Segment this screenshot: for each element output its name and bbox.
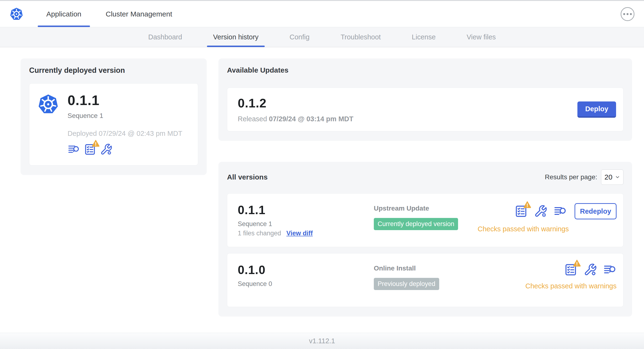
subnav-tab-license[interactable]: License <box>406 27 442 47</box>
results-per-page-value: 20 <box>604 173 612 181</box>
currently-deployed-title: Currently deployed version <box>29 66 198 75</box>
subnav-tab-troubleshoot[interactable]: Troubleshoot <box>334 27 387 47</box>
currently-deployed-card: 0.1.1 Sequence 1 Deployed 07/29/24 @ 02:… <box>29 83 198 166</box>
released-label: Released <box>238 115 267 123</box>
config-wrench-gear-icon[interactable] <box>584 263 597 276</box>
update-released-timestamp: Released 07/29/24 @ 03:14 pm MDT <box>238 115 353 123</box>
warning-triangle-icon <box>573 259 581 267</box>
results-per-page-select[interactable]: 20 <box>601 170 624 185</box>
app-subnav: Dashboard Version history Config Trouble… <box>0 27 644 47</box>
available-updates-title: Available Updates <box>227 66 624 74</box>
current-version-actions <box>68 143 182 156</box>
current-sequence-label: Sequence 1 <box>68 112 182 120</box>
previously-deployed-badge: Previously deployed <box>374 278 439 290</box>
current-version-number: 0.1.1 <box>68 92 182 108</box>
all-versions-title: All versions <box>227 173 268 181</box>
released-date: 07/29/24 @ 03:14 pm MDT <box>269 115 354 123</box>
view-diff-link[interactable]: View diff <box>286 230 313 237</box>
kubernetes-logo-icon <box>10 1 24 27</box>
warning-triangle-icon <box>524 201 531 208</box>
row-version-number: 0.1.0 <box>238 263 374 277</box>
preflight-checklist-warning-icon[interactable] <box>564 263 578 276</box>
redeploy-button[interactable]: Redeploy <box>574 203 616 220</box>
top-tabs: Application Cluster Management <box>38 1 181 27</box>
preflight-status-link[interactable]: Checks passed with warnings <box>478 225 616 233</box>
row-source-label: Online Install <box>374 264 525 272</box>
files-changed-label: 1 files changed <box>238 230 281 237</box>
deploy-button[interactable]: Deploy <box>578 102 616 118</box>
subnav-tab-config[interactable]: Config <box>283 27 316 47</box>
config-wrench-gear-icon[interactable] <box>534 204 547 218</box>
config-wrench-gear-icon[interactable] <box>100 143 112 156</box>
subnav-tab-view-files[interactable]: View files <box>460 27 502 47</box>
preflight-checklist-warning-icon[interactable] <box>514 204 528 218</box>
currently-deployed-panel: Currently deployed version 0.1.1 Sequenc… <box>20 58 207 175</box>
results-per-page-label: Results per page: <box>545 173 597 181</box>
app-footer: v1.112.1 <box>0 333 644 349</box>
subnav-tab-dashboard[interactable]: Dashboard <box>142 27 188 47</box>
ellipsis-menu-icon[interactable] <box>620 7 634 21</box>
version-row-0-1-0: 0.1.0 Sequence 0 Online Install Previous… <box>227 253 624 307</box>
tab-application[interactable]: Application <box>38 1 90 27</box>
console-version-label: v1.112.1 <box>309 337 335 345</box>
diff-lines-magnifier-icon[interactable] <box>554 204 567 218</box>
current-deployed-timestamp: Deployed 07/29/24 @ 02:43 pm MDT <box>68 130 182 138</box>
diff-lines-magnifier-icon[interactable] <box>68 143 80 156</box>
all-versions-panel: All versions Results per page: 20 0.1.1 … <box>218 162 632 316</box>
warning-triangle-icon <box>92 140 100 147</box>
chevron-down-icon <box>615 174 620 180</box>
top-navigation-bar: Application Cluster Management <box>0 1 644 27</box>
main-content: Currently deployed version 0.1.1 Sequenc… <box>0 47 644 316</box>
tab-cluster-management[interactable]: Cluster Management <box>97 1 181 27</box>
available-updates-panel: Available Updates 0.1.2 Released 07/29/2… <box>218 58 632 141</box>
version-row-0-1-1: 0.1.1 Sequence 1 1 files changed View di… <box>227 193 624 247</box>
diff-lines-magnifier-icon[interactable] <box>603 263 616 276</box>
subnav-tab-version-history[interactable]: Version history <box>207 27 265 47</box>
update-version-number: 0.1.2 <box>238 96 353 110</box>
row-version-number: 0.1.1 <box>238 203 374 217</box>
row-sequence-label: Sequence 1 <box>238 220 374 228</box>
row-source-label: Upstream Update <box>374 204 478 212</box>
row-sequence-label: Sequence 0 <box>238 280 374 288</box>
currently-deployed-badge: Currently deployed version <box>374 218 458 230</box>
preflight-checklist-warning-icon[interactable] <box>84 143 96 156</box>
available-update-row: 0.1.2 Released 07/29/24 @ 03:14 pm MDT D… <box>227 88 624 131</box>
kubernetes-app-icon <box>38 92 59 156</box>
preflight-status-link[interactable]: Checks passed with warnings <box>525 282 616 290</box>
